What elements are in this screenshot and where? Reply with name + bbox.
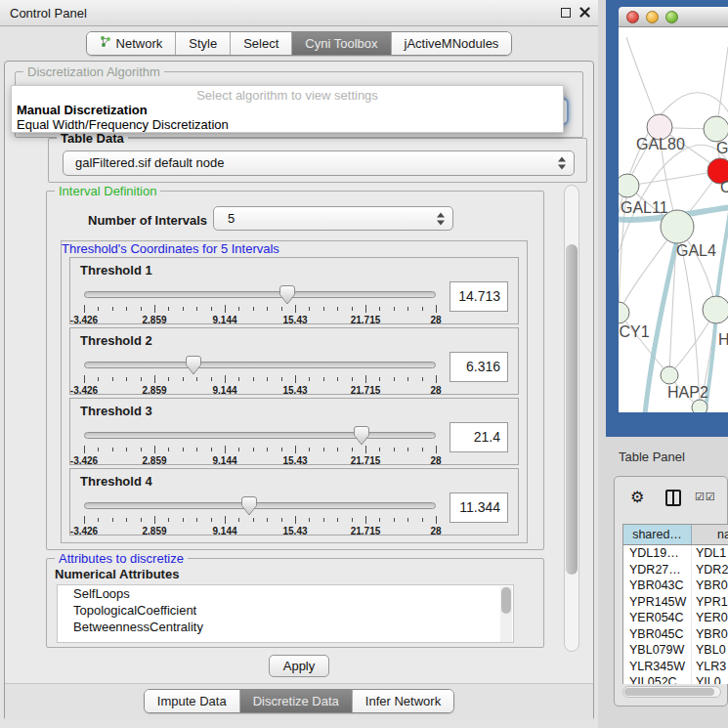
tick — [422, 377, 423, 381]
slider-track[interactable] — [84, 432, 436, 439]
attribute-item-topologicalcoefficient[interactable]: TopologicalCoefficient — [58, 602, 513, 619]
tick — [295, 446, 296, 453]
tick — [168, 377, 169, 381]
slider-thumb[interactable] — [186, 356, 201, 375]
tick — [168, 448, 169, 451]
list-scrollbar[interactable] — [500, 586, 512, 643]
number-of-intervals-select[interactable]: 5 — [213, 206, 453, 231]
tick — [253, 307, 254, 311]
table-row[interactable]: YLR345WYLR3 — [623, 659, 728, 675]
tick — [154, 446, 155, 453]
network-node[interactable] — [703, 296, 728, 323]
cell-shared-name: YBL079W — [623, 642, 692, 659]
tab-impute-data[interactable]: Impute Data — [145, 690, 239, 712]
node-label: GAL80 — [636, 136, 685, 152]
apply-button[interactable]: Apply — [269, 655, 329, 677]
table-row[interactable]: YER054CYER0 — [623, 610, 728, 626]
close-icon[interactable] — [579, 7, 590, 18]
network-window-titlebar[interactable] — [619, 7, 728, 27]
threshold-value-field[interactable]: 6.316 — [450, 352, 508, 382]
slider-track[interactable] — [84, 502, 436, 509]
slider-thumb[interactable] — [279, 285, 295, 305]
tick — [238, 448, 239, 451]
network-icon — [100, 32, 111, 55]
tick — [281, 377, 282, 381]
checkboxes-icon[interactable]: ☑☑ — [695, 491, 716, 503]
table-panel-title: Table Panel — [619, 450, 685, 464]
slider-thumb[interactable] — [241, 496, 257, 516]
slider-track[interactable] — [84, 291, 436, 298]
table-row[interactable]: YBL079WYBL0 — [623, 642, 728, 659]
tick — [337, 448, 338, 451]
tick — [238, 377, 239, 381]
slider-track[interactable] — [84, 362, 436, 368]
threshold-value-field[interactable]: 11.344 — [450, 492, 508, 523]
algorithm-option-manual-discretization[interactable]: Manual Discretization — [12, 103, 563, 117]
network-canvas[interactable]: GAL80GACGAL11GAL4GCY1HHAP2 — [619, 27, 728, 412]
scrollbar-thumb[interactable] — [624, 688, 714, 696]
panel-vertical-scrollbar[interactable] — [564, 185, 579, 652]
tick — [267, 448, 268, 451]
tab-jactivemnodules[interactable]: jActiveMNodules — [391, 32, 512, 55]
table-row[interactable]: YBR043CYBR0 — [623, 578, 728, 594]
number-of-intervals-value: 5 — [214, 207, 452, 230]
threshold-slider: -3.4262.8599.14415.4321.71528 — [84, 496, 436, 535]
group-title: Table Data — [57, 131, 128, 146]
control-panel-window: Control Panel NetworkStyleSelectCyni Too… — [0, 0, 598, 728]
network-node[interactable] — [704, 116, 728, 142]
tick — [295, 305, 296, 313]
table-row[interactable]: YPR145WYPR1 — [623, 594, 728, 611]
minimize-traffic-light-icon[interactable] — [646, 11, 659, 23]
tick — [379, 307, 380, 311]
table-data-select[interactable]: galFiltered.sif default node — [63, 150, 575, 176]
thresholds-group: Threshold's Coordinates for 5 Intervals … — [61, 240, 528, 543]
cell-shared-name: YLR345W — [623, 659, 692, 675]
slider-ticks — [84, 516, 436, 525]
table-row[interactable]: YIL052CYIL0 — [623, 674, 728, 684]
tick-label: 21.715 — [351, 455, 381, 466]
tab-discretize-data[interactable]: Discretize Data — [239, 690, 352, 712]
network-node[interactable] — [619, 174, 639, 197]
threshold-value-field[interactable]: 14.713 — [450, 281, 508, 312]
attributes-group: Attributes to discretize Numerical Attri… — [46, 558, 544, 648]
tick — [196, 518, 197, 522]
network-node[interactable] — [692, 400, 707, 412]
algorithm-dropdown-popup: Select algorithm to view settings Manual… — [11, 85, 564, 133]
tick — [112, 518, 113, 522]
algorithm-option-equal-width-frequency-discretization[interactable]: Equal Width/Frequency Discretization — [12, 117, 563, 132]
tick — [379, 377, 380, 381]
tab-network[interactable]: Network — [87, 32, 176, 55]
table-row[interactable]: YDR27…YDR2 — [623, 562, 728, 578]
tab-infer-network[interactable]: Infer Network — [352, 690, 453, 712]
column-header-name[interactable]: na — [692, 525, 728, 544]
column-header-shared-name[interactable]: shared… — [623, 525, 692, 544]
zoom-traffic-light-icon[interactable] — [665, 11, 678, 23]
close-traffic-light-icon[interactable] — [626, 11, 639, 23]
tick — [126, 448, 127, 451]
window-title: Control Panel — [10, 6, 87, 21]
network-node[interactable] — [619, 302, 629, 323]
tab-cyni-toolbox[interactable]: Cyni Toolbox — [291, 32, 390, 55]
gear-icon[interactable]: ⚙ — [630, 488, 644, 506]
tick — [309, 518, 310, 522]
attribute-item-selfloops[interactable]: SelfLoops — [58, 585, 513, 602]
table-horizontal-scrollbar[interactable] — [622, 686, 721, 698]
tick — [436, 446, 437, 453]
network-node[interactable] — [661, 366, 678, 384]
split-columns-icon[interactable] — [665, 490, 681, 506]
tick — [436, 305, 437, 313]
group-title: Attributes to discretize — [55, 551, 188, 566]
table-row[interactable]: YBR045CYBR0 — [623, 626, 728, 643]
tab-select[interactable]: Select — [230, 32, 291, 55]
cell-name: YER0 — [692, 610, 728, 626]
tick — [183, 377, 184, 381]
threshold-value-field[interactable]: 21.4 — [450, 422, 508, 452]
table-panel-toolbar: ⚙ ☑☑ — [615, 485, 727, 516]
table-row[interactable]: YDL19…YDL1 — [623, 545, 728, 562]
scrollbar-thumb[interactable] — [566, 244, 578, 575]
slider-thumb[interactable] — [354, 426, 369, 446]
attribute-item-betweennesscentrality[interactable]: BetweennessCentrality — [58, 619, 513, 635]
tab-style[interactable]: Style — [175, 32, 230, 55]
float-window-icon[interactable] — [561, 8, 571, 18]
tick-label: 28 — [430, 385, 441, 396]
